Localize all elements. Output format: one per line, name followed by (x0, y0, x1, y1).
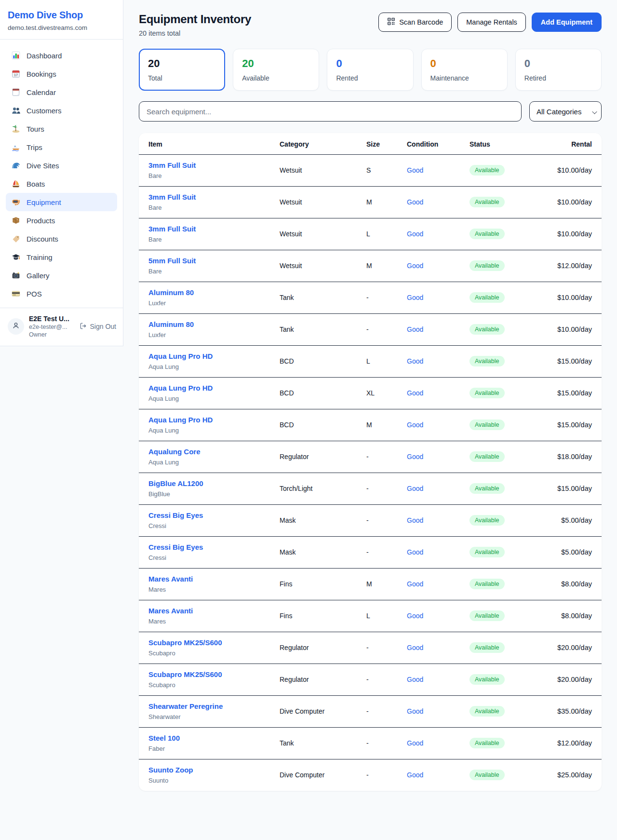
sidebar-item-calendar[interactable]: Calendar (6, 83, 117, 101)
item-category: Wetsuit (280, 187, 366, 218)
sidebar-item-boats[interactable]: Boats (6, 175, 117, 193)
rental-price: $20.00/day (557, 676, 592, 683)
item-name-link[interactable]: Aqua Lung Pro HD (148, 384, 275, 392)
sidebar-item-bookings[interactable]: 17 Bookings (6, 65, 117, 83)
sidebar-item-tours[interactable]: Tours (6, 120, 117, 138)
user-section: E2E Test U... e2e-tester@... Owner Sign … (0, 308, 123, 346)
item-size: - (366, 537, 407, 569)
table-row: Aqua Lung Pro HD Aqua Lung BCD L Good Av… (139, 346, 602, 378)
manage-rentals-button[interactable]: Manage Rentals (457, 13, 526, 32)
item-category: Wetsuit (280, 155, 366, 187)
table-row: BigBlue AL1200 BigBlue Torch/Light - Goo… (139, 473, 602, 505)
stat-label: Retired (524, 74, 592, 82)
condition-link[interactable]: Good (407, 707, 423, 715)
sidebar-item-pos[interactable]: POS (6, 285, 117, 303)
item-name-link[interactable]: Cressi Big Eyes (148, 543, 275, 551)
table-row: Aqua Lung Pro HD Aqua Lung BCD M Good Av… (139, 409, 602, 441)
condition-link[interactable]: Good (407, 739, 423, 747)
sign-out-button[interactable]: Sign Out (80, 322, 116, 331)
item-name-link[interactable]: Scubapro MK25/S600 (148, 670, 275, 678)
condition-link[interactable]: Good (407, 453, 423, 461)
user-name: E2E Test U... (29, 315, 69, 323)
item-name-link[interactable]: Shearwater Peregrine (148, 702, 275, 710)
condition-link[interactable]: Good (407, 676, 423, 683)
search-input[interactable] (139, 101, 522, 122)
condition-link[interactable]: Good (407, 325, 423, 333)
discounts-tag-icon (12, 234, 20, 243)
condition-link[interactable]: Good (407, 357, 423, 365)
stat-card-retired[interactable]: 0 Retired (515, 49, 602, 91)
stat-card-total[interactable]: 20 Total (139, 49, 225, 91)
item-name-link[interactable]: Mares Avanti (148, 607, 275, 615)
condition-link[interactable]: Good (407, 644, 423, 651)
status-badge: Available (469, 579, 505, 589)
rental-price: $10.00/day (557, 325, 592, 333)
condition-link[interactable]: Good (407, 548, 423, 556)
status-badge: Available (469, 547, 505, 557)
condition-link[interactable]: Good (407, 516, 423, 524)
status-badge: Available (469, 674, 505, 685)
status-badge: Available (469, 770, 505, 780)
sidebar-item-discounts[interactable]: Discounts (6, 230, 117, 248)
user-avatar-icon (11, 321, 21, 332)
stat-card-rented[interactable]: 0 Rented (327, 49, 413, 91)
category-select-wrap: All Categories (529, 101, 602, 122)
item-category: Tank (280, 314, 366, 346)
condition-link[interactable]: Good (407, 294, 423, 301)
column-header-category: Category (280, 133, 366, 155)
table-row: Scubapro MK25/S600 Scubapro Regulator - … (139, 664, 602, 696)
add-equipment-button[interactable]: Add Equipment (532, 13, 602, 32)
sidebar-item-gallery[interactable]: Gallery (6, 266, 117, 285)
category-select[interactable]: All Categories (529, 101, 602, 122)
item-brand: Scubapro (148, 681, 275, 689)
status-badge: Available (469, 706, 505, 717)
sidebar-item-customers[interactable]: Customers (6, 101, 117, 120)
app-layout: Demo Dive Shop demo.test.divestreams.com… (0, 0, 617, 805)
item-name-link[interactable]: Aluminum 80 (148, 288, 275, 297)
stat-card-maintenance[interactable]: 0 Maintenance (421, 49, 508, 91)
item-name-link[interactable]: Mares Avanti (148, 575, 275, 583)
item-brand: Aqua Lung (148, 395, 275, 402)
item-name-link[interactable]: Cressi Big Eyes (148, 511, 275, 519)
condition-link[interactable]: Good (407, 421, 423, 429)
condition-link[interactable]: Good (407, 389, 423, 397)
condition-link[interactable]: Good (407, 166, 423, 174)
item-name-link[interactable]: 5mm Full Suit (148, 257, 275, 265)
condition-link[interactable]: Good (407, 771, 423, 779)
item-name-link[interactable]: 3mm Full Suit (148, 161, 275, 169)
training-cap-icon (12, 253, 20, 261)
item-name-link[interactable]: Aluminum 80 (148, 320, 275, 328)
sidebar-item-dashboard[interactable]: Dashboard (6, 46, 117, 65)
item-name-link[interactable]: Scubapro MK25/S600 (148, 638, 275, 647)
stat-card-available[interactable]: 20 Available (233, 49, 319, 91)
item-name-link[interactable]: 3mm Full Suit (148, 193, 275, 201)
item-name-link[interactable]: 3mm Full Suit (148, 225, 275, 233)
condition-link[interactable]: Good (407, 580, 423, 588)
sidebar-item-products[interactable]: Products (6, 211, 117, 230)
rental-price: $18.00/day (557, 453, 592, 461)
sidebar-item-dive-sites[interactable]: Dive Sites (6, 156, 117, 175)
item-name-link[interactable]: Steel 100 (148, 734, 275, 742)
sidebar-item-equipment[interactable]: Equipment (6, 193, 117, 211)
item-brand: Luxfer (148, 331, 275, 339)
item-name-link[interactable]: BigBlue AL1200 (148, 479, 275, 488)
condition-link[interactable]: Good (407, 230, 423, 238)
sidebar-item-label: Customers (27, 107, 62, 115)
scan-barcode-button[interactable]: Scan Barcode (378, 13, 452, 32)
condition-link[interactable]: Good (407, 485, 423, 492)
column-header-status: Status (469, 133, 557, 155)
item-name-link[interactable]: Aqua Lung Pro HD (148, 416, 275, 424)
condition-link[interactable]: Good (407, 198, 423, 206)
item-name-link[interactable]: Aqualung Core (148, 447, 275, 456)
status-badge: Available (469, 292, 505, 303)
item-size: M (366, 250, 407, 282)
sidebar-item-training[interactable]: Training (6, 248, 117, 266)
item-name-link[interactable]: Aqua Lung Pro HD (148, 352, 275, 360)
condition-link[interactable]: Good (407, 262, 423, 270)
condition-link[interactable]: Good (407, 612, 423, 620)
status-badge: Available (469, 642, 505, 653)
equipment-table-card: Item Category Size Condition Status Rent… (139, 133, 602, 791)
sidebar-item-trips[interactable]: Trips (6, 138, 117, 156)
item-name-link[interactable]: Suunto Zoop (148, 766, 275, 774)
sidebar-item-label: Dashboard (27, 52, 62, 60)
